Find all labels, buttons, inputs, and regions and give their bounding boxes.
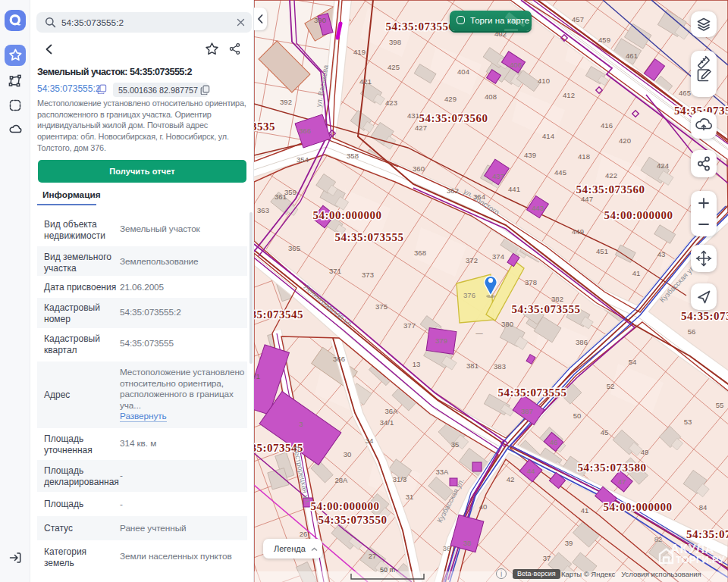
svg-text:418: 418 xyxy=(578,152,590,161)
svg-text:368: 368 xyxy=(414,249,426,257)
svg-text:ТОРГИ.РУ: ТОРГИ.РУ xyxy=(676,555,725,565)
svg-text:365: 365 xyxy=(288,244,300,252)
svg-text:54:35:073555: 54:35:073555 xyxy=(512,303,581,315)
svg-text:54:00:000000: 54:00:000000 xyxy=(311,500,380,512)
svg-text:55: 55 xyxy=(716,401,724,409)
svg-text:45: 45 xyxy=(601,428,609,436)
svg-text:374: 374 xyxy=(492,252,504,261)
svg-text:54:35:073560: 54:35:073560 xyxy=(419,112,488,124)
svg-text:447: 447 xyxy=(581,195,593,203)
svg-text:381: 381 xyxy=(466,361,479,370)
svg-text:382: 382 xyxy=(551,295,563,303)
svg-text:441: 441 xyxy=(508,185,520,193)
svg-text:360: 360 xyxy=(413,164,425,173)
svg-text:54:35:073580: 54:35:073580 xyxy=(578,462,647,474)
svg-text:404: 404 xyxy=(457,67,469,76)
svg-text:36А: 36А xyxy=(385,407,399,415)
svg-text:373: 373 xyxy=(362,271,374,279)
svg-text:54:00:000000: 54:00:000000 xyxy=(604,501,673,513)
svg-text:423: 423 xyxy=(385,99,397,107)
svg-text:31/3: 31/3 xyxy=(393,475,407,483)
svg-text:13: 13 xyxy=(413,360,421,368)
svg-text:27: 27 xyxy=(369,552,377,560)
svg-text:416: 416 xyxy=(601,121,613,130)
svg-text:358: 358 xyxy=(347,152,359,160)
svg-text:421: 421 xyxy=(359,77,372,86)
svg-text:371: 371 xyxy=(329,267,341,275)
svg-text:366: 366 xyxy=(333,355,345,363)
svg-text:35: 35 xyxy=(451,440,460,449)
svg-text:56: 56 xyxy=(688,327,696,336)
svg-text:372: 372 xyxy=(466,256,478,264)
svg-text:425: 425 xyxy=(388,63,400,71)
svg-text:30: 30 xyxy=(344,450,352,458)
svg-text:449: 449 xyxy=(572,227,584,236)
svg-text:451: 451 xyxy=(596,247,608,255)
svg-text:363: 363 xyxy=(257,206,269,214)
svg-text:386: 386 xyxy=(576,338,588,346)
svg-text:41: 41 xyxy=(581,506,589,515)
svg-text:361: 361 xyxy=(275,192,287,201)
svg-text:47: 47 xyxy=(618,477,626,486)
svg-text:410: 410 xyxy=(538,77,550,85)
svg-text:408: 408 xyxy=(485,92,497,101)
svg-text:52: 52 xyxy=(607,382,615,390)
svg-text:439: 439 xyxy=(524,151,536,159)
svg-text:54:35:073550: 54:35:073550 xyxy=(318,514,388,526)
svg-text:419: 419 xyxy=(353,48,366,56)
svg-text:437: 437 xyxy=(492,172,504,180)
svg-text:44: 44 xyxy=(527,467,535,475)
svg-text:54:35:0735: 54:35:0735 xyxy=(681,310,728,322)
svg-text:49: 49 xyxy=(641,448,649,456)
svg-text:43: 43 xyxy=(657,250,666,258)
svg-text:461: 461 xyxy=(626,52,638,60)
svg-text:33А: 33А xyxy=(436,468,450,476)
svg-text:3: 3 xyxy=(299,420,303,428)
svg-text:50: 50 xyxy=(573,411,582,420)
svg-text:31: 31 xyxy=(406,493,414,501)
svg-text:54:35:073535: 54:35:073535 xyxy=(254,120,275,133)
svg-text:46: 46 xyxy=(550,438,558,446)
svg-text:457: 457 xyxy=(572,15,584,23)
svg-text:414: 414 xyxy=(542,132,554,140)
svg-text:/1: /1 xyxy=(254,372,260,380)
svg-text:54:35:073556: 54:35:073556 xyxy=(386,20,455,33)
svg-text:84: 84 xyxy=(699,503,708,512)
svg-text:54:00:000000: 54:00:000000 xyxy=(604,209,673,221)
svg-text:390: 390 xyxy=(314,16,326,24)
svg-text:—: — xyxy=(475,329,483,337)
svg-text:34: 34 xyxy=(366,436,374,445)
svg-text:53: 53 xyxy=(684,418,692,426)
svg-text:406: 406 xyxy=(510,61,522,69)
svg-text:422: 422 xyxy=(605,171,617,180)
svg-text:54:35:073560: 54:35:073560 xyxy=(576,183,645,196)
svg-text:АКУЛА: АКУЛА xyxy=(670,542,714,555)
svg-text:378: 378 xyxy=(525,278,537,286)
svg-text:465: 465 xyxy=(679,89,691,97)
svg-text:379: 379 xyxy=(435,336,447,345)
svg-text:383: 383 xyxy=(494,362,506,371)
svg-text:28А: 28А xyxy=(335,476,349,484)
svg-text:354: 354 xyxy=(297,155,309,164)
svg-text:38: 38 xyxy=(463,539,472,547)
svg-text:387: 387 xyxy=(521,407,533,415)
svg-text:42: 42 xyxy=(507,475,515,483)
svg-text:376: 376 xyxy=(463,291,475,299)
svg-text:26: 26 xyxy=(300,530,308,538)
svg-text:40: 40 xyxy=(479,502,488,511)
svg-text:459: 459 xyxy=(598,36,610,44)
svg-text:54:35:073555: 54:35:073555 xyxy=(335,231,404,243)
svg-text:39: 39 xyxy=(565,539,573,547)
svg-text:41: 41 xyxy=(632,269,641,277)
svg-text:34/1: 34/1 xyxy=(380,418,394,427)
svg-text:429: 429 xyxy=(444,95,457,103)
svg-text:445: 445 xyxy=(554,168,566,177)
svg-text:392: 392 xyxy=(280,98,292,106)
svg-text:412: 412 xyxy=(563,91,575,99)
svg-text:54:35:073555: 54:35:073555 xyxy=(498,386,567,399)
svg-text:54:35:073545: 54:35:073545 xyxy=(254,308,303,321)
svg-text:362: 362 xyxy=(447,186,459,195)
svg-text:431: 431 xyxy=(407,111,419,120)
svg-text:54: 54 xyxy=(629,358,637,366)
svg-text:375: 375 xyxy=(375,302,388,311)
